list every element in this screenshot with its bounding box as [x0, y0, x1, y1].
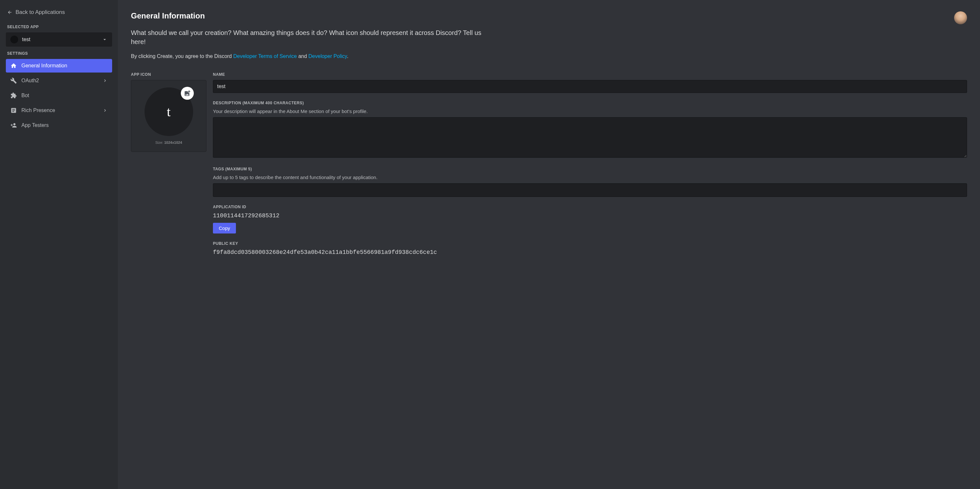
terms-text: By clicking Create, you agree to the Dis… [131, 54, 967, 59]
nav-label: OAuth2 [21, 78, 39, 84]
page-title: General Information [131, 11, 205, 21]
form-row: APP ICON t Size: 1024x1024 NAME DESCR [131, 72, 967, 263]
name-input[interactable] [213, 80, 967, 93]
tags-hint: Add up to 5 tags to describe the content… [213, 175, 967, 180]
nav-general-information[interactable]: General Information [6, 59, 112, 73]
app-icon-upload-box[interactable]: t Size: 1024x1024 [131, 80, 207, 152]
description-label: DESCRIPTION (MAXIMUM 400 CHARACTERS) [213, 101, 967, 105]
nav-bot[interactable]: Bot [6, 89, 112, 102]
nav-app-testers[interactable]: App Testers [6, 119, 112, 132]
terms-prefix: By clicking Create, you agree to the Dis… [131, 54, 233, 59]
app-selector-dropdown[interactable]: test [6, 32, 112, 47]
developer-tos-link[interactable]: Developer Terms of Service [233, 54, 297, 59]
settings-label: SETTINGS [6, 51, 112, 56]
app-id-label: APPLICATION ID [213, 205, 967, 209]
tags-group: TAGS (MAXIMUM 5) Add up to 5 tags to des… [213, 167, 967, 197]
terms-mid: and [297, 54, 309, 59]
tags-input[interactable] [213, 183, 967, 197]
nav-label: App Testers [21, 122, 49, 128]
document-icon [10, 107, 17, 114]
upload-badge[interactable] [181, 87, 194, 100]
terms-suffix: . [347, 54, 348, 59]
app-id-group: APPLICATION ID 1100114417292685312 Copy [213, 205, 967, 233]
description-input[interactable] [213, 117, 967, 158]
form-fields: NAME DESCRIPTION (MAXIMUM 400 CHARACTERS… [213, 72, 967, 263]
developer-policy-link[interactable]: Developer Policy [309, 54, 347, 59]
name-group: NAME [213, 72, 967, 93]
main-content: General Information What should we call … [118, 0, 980, 489]
nav-label: General Information [21, 63, 67, 69]
copy-app-id-button[interactable]: Copy [213, 223, 236, 233]
back-to-applications-link[interactable]: Back to Applications [6, 6, 112, 20]
selected-app-name: test [22, 37, 98, 43]
nav-rich-presence[interactable]: Rich Presence [6, 104, 112, 117]
public-key-value: f9fa8dcd03580003268e24dfe53a0b42ca11a1bb… [213, 249, 967, 256]
app-icon-letter: t [167, 104, 171, 119]
nav-label: Rich Presence [21, 108, 55, 113]
chevron-right-icon [102, 108, 108, 113]
app-icon-small [10, 36, 18, 43]
person-add-icon [10, 122, 17, 129]
description-group: DESCRIPTION (MAXIMUM 400 CHARACTERS) You… [213, 101, 967, 159]
main-header: General Information [131, 11, 967, 28]
nav-oauth2[interactable]: OAuth2 [6, 74, 112, 87]
sidebar: Back to Applications SELECTED APP test S… [0, 0, 118, 489]
nav-label: Bot [21, 93, 29, 98]
app-icon-section: APP ICON t Size: 1024x1024 [131, 72, 207, 152]
size-value: 1024x1024 [164, 141, 182, 144]
app-icon-label: APP ICON [131, 72, 207, 77]
nav-list: General Information OAuth2 Bot Rich Pres… [6, 59, 112, 132]
image-add-icon [184, 90, 191, 97]
app-id-value: 1100114417292685312 [213, 213, 967, 219]
arrow-left-icon [7, 10, 12, 15]
back-label: Back to Applications [16, 9, 65, 16]
chevron-right-icon [102, 78, 108, 83]
tags-label: TAGS (MAXIMUM 5) [213, 167, 967, 171]
selected-app-label: SELECTED APP [6, 25, 112, 29]
page-subtitle: What should we call your creation? What … [131, 28, 491, 46]
puzzle-icon [10, 92, 17, 99]
public-key-label: PUBLIC KEY [213, 241, 967, 246]
size-text: Size: 1024x1024 [155, 141, 182, 144]
chevron-down-icon [102, 37, 108, 43]
size-prefix: Size: [155, 141, 164, 144]
name-label: NAME [213, 72, 967, 77]
description-hint: Your description will appear in the Abou… [213, 108, 967, 114]
wrench-icon [10, 78, 17, 84]
public-key-group: PUBLIC KEY f9fa8dcd03580003268e24dfe53a0… [213, 241, 967, 256]
user-avatar[interactable] [954, 11, 967, 24]
home-icon [10, 62, 17, 69]
app-icon-preview: t [145, 87, 193, 136]
